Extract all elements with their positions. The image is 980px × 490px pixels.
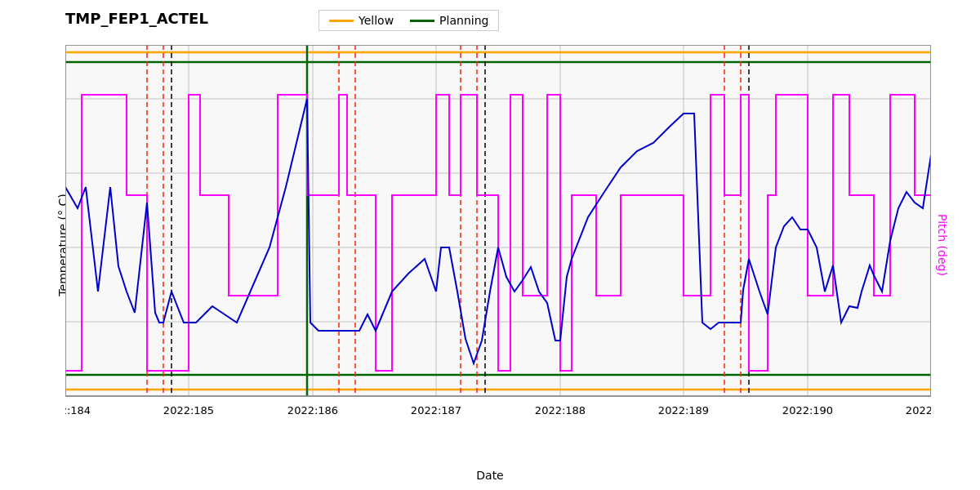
legend: Yellow Planning — [318, 10, 499, 31]
planning-line-icon — [410, 20, 434, 22]
svg-text:2022:190: 2022:190 — [782, 404, 833, 416]
legend-yellow-label: Yellow — [359, 14, 394, 27]
svg-text:2022:191: 2022:191 — [906, 404, 931, 416]
legend-planning-label: Planning — [439, 14, 488, 27]
svg-text:2022:188: 2022:188 — [535, 404, 586, 416]
chart-svg: 0 10 20 30 40 40 60 80 100 120 140 160 1… — [65, 45, 931, 433]
chart-title: TMP_FEP1_ACTEL — [65, 10, 208, 27]
legend-planning: Planning — [410, 14, 488, 27]
y-axis-right-label: Pitch (deg) — [936, 214, 949, 276]
x-axis-label: Date — [476, 469, 503, 482]
chart-container: TMP_FEP1_ACTEL Yellow Planning Temperatu… — [0, 0, 980, 490]
legend-yellow: Yellow — [329, 14, 394, 27]
svg-text:2022:184: 2022:184 — [65, 404, 91, 416]
svg-text:2022:185: 2022:185 — [163, 404, 214, 416]
svg-text:2022:186: 2022:186 — [287, 404, 338, 416]
svg-text:2022:187: 2022:187 — [411, 404, 461, 416]
yellow-line-icon — [329, 20, 354, 22]
svg-text:2022:189: 2022:189 — [658, 404, 709, 416]
